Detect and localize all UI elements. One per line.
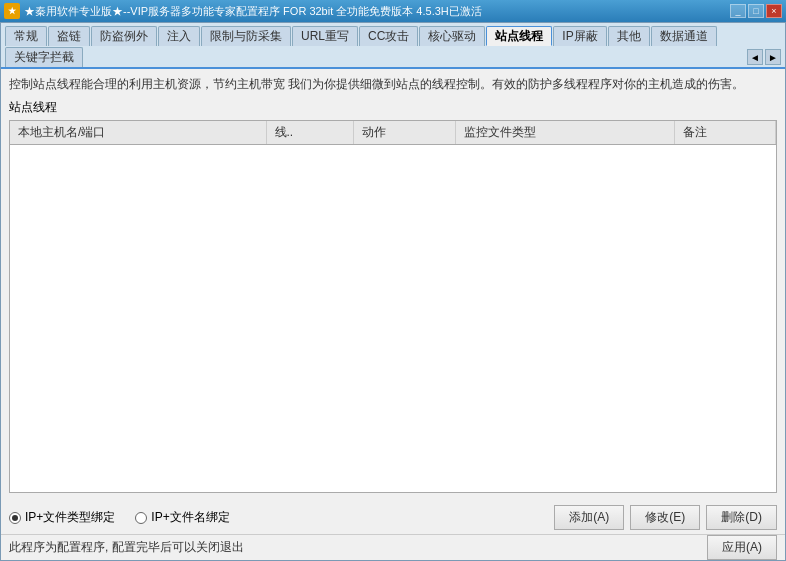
bottom-area: IP+文件类型绑定 IP+文件名绑定 添加(A)修改(E)删除(D) (1, 499, 785, 534)
col-header-monitor-type: 监控文件类型 (455, 121, 674, 145)
tab-limit[interactable]: 限制与防采集 (201, 26, 291, 46)
close-button[interactable]: × (766, 4, 782, 18)
tab-piracy[interactable]: 盗链 (48, 26, 90, 46)
col-header-note: 备注 (674, 121, 775, 145)
tab-url-rewrite[interactable]: URL重写 (292, 26, 358, 46)
tab-core-driver[interactable]: 核心驱动 (419, 26, 485, 46)
radio-circle-1 (9, 512, 21, 524)
apply-button[interactable]: 应用(A) (707, 535, 777, 560)
site-thread-table: 本地主机名/端口线..动作监控文件类型备注 (10, 121, 776, 145)
data-table-container: 本地主机名/端口线..动作监控文件类型备注 (9, 120, 777, 493)
tab-group-buttons: ◄ ► (747, 49, 781, 65)
window-title: ★秦用软件专业版★--VIP服务器多功能专家配置程序 FOR 32bit 全功能… (24, 4, 482, 19)
add-button[interactable]: 添加(A) (554, 505, 624, 530)
status-bar: 此程序为配置程序, 配置完毕后可以关闭退出 应用(A) (1, 534, 785, 560)
title-bar: ★ ★秦用软件专业版★--VIP服务器多功能专家配置程序 FOR 32bit 全… (0, 0, 786, 22)
status-text: 此程序为配置程序, 配置完毕后可以关闭退出 (9, 539, 244, 556)
radio-circle-2 (135, 512, 147, 524)
maximize-button[interactable]: □ (748, 4, 764, 18)
tab-normal[interactable]: 常规 (5, 26, 47, 46)
app-icon: ★ (4, 3, 20, 19)
tab-inject[interactable]: 注入 (158, 26, 200, 46)
tab-scroll-left[interactable]: ◄ (747, 49, 763, 65)
delete-button[interactable]: 删除(D) (706, 505, 777, 530)
radio-option-1[interactable]: IP+文件类型绑定 (9, 509, 115, 526)
col-header-host-port: 本地主机名/端口 (10, 121, 266, 145)
window-controls: _ □ × (730, 4, 782, 18)
table-header: 本地主机名/端口线..动作监控文件类型备注 (10, 121, 776, 145)
radio-option-2[interactable]: IP+文件名绑定 (135, 509, 229, 526)
apply-btn-area: 应用(A) (707, 535, 777, 560)
col-header-action: 动作 (354, 121, 455, 145)
minimize-button[interactable]: _ (730, 4, 746, 18)
tab-keyword-block[interactable]: 关键字拦截 (5, 47, 83, 67)
tab-bar: 常规盗链防盗例外注入限制与防采集URL重写CC攻击核心驱动站点线程IP屏蔽其他数… (1, 23, 785, 69)
tab-site-thread[interactable]: 站点线程 (486, 26, 552, 46)
radio-label-2: IP+文件名绑定 (151, 509, 229, 526)
col-header-thread: 线.. (266, 121, 354, 145)
tab-ip-shield[interactable]: IP屏蔽 (553, 26, 606, 46)
tab-cc-attack[interactable]: CC攻击 (359, 26, 418, 46)
tab-scroll-right[interactable]: ► (765, 49, 781, 65)
tab-data-channel[interactable]: 数据通道 (651, 26, 717, 46)
radio-group: IP+文件类型绑定 IP+文件名绑定 (9, 509, 230, 526)
content-area: 控制站点线程能合理的利用主机资源，节约主机带宽 我们为你提供细微到站点的线程控制… (1, 69, 785, 499)
tab-anti-piracy[interactable]: 防盗例外 (91, 26, 157, 46)
radio-label-1: IP+文件类型绑定 (25, 509, 115, 526)
action-buttons: 添加(A)修改(E)删除(D) (554, 505, 777, 530)
main-window: 常规盗链防盗例外注入限制与防采集URL重写CC攻击核心驱动站点线程IP屏蔽其他数… (0, 22, 786, 561)
description-text: 控制站点线程能合理的利用主机资源，节约主机带宽 我们为你提供细微到站点的线程控制… (9, 75, 777, 93)
tab-other[interactable]: 其他 (608, 26, 650, 46)
title-bar-content: ★ ★秦用软件专业版★--VIP服务器多功能专家配置程序 FOR 32bit 全… (4, 3, 482, 19)
section-title: 站点线程 (9, 99, 777, 116)
action-row: IP+文件类型绑定 IP+文件名绑定 添加(A)修改(E)删除(D) (9, 505, 777, 530)
modify-button[interactable]: 修改(E) (630, 505, 700, 530)
